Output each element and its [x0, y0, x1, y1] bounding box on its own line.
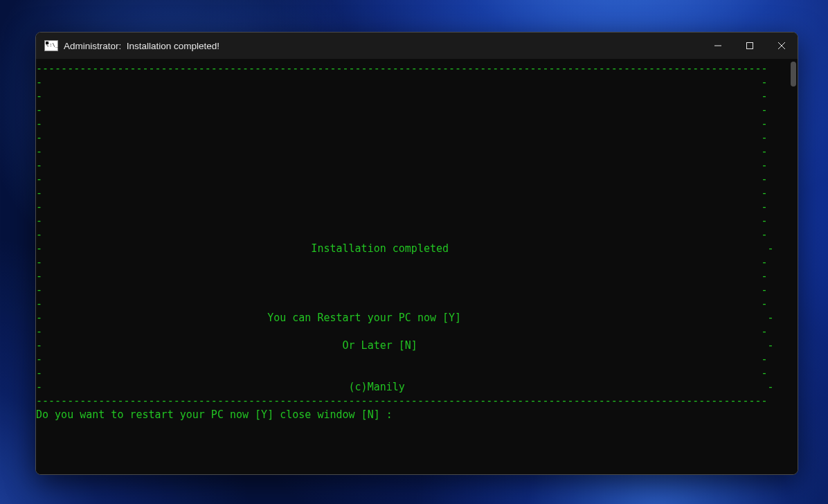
maximize-button[interactable]: [734, 33, 766, 59]
svg-rect-1: [747, 43, 753, 49]
close-icon: [777, 42, 786, 50]
window-title: Administrator: Installation completed!: [64, 41, 219, 51]
maximize-icon: [746, 42, 754, 50]
cmd-icon: [44, 40, 58, 51]
terminal-output: ----------------------------------------…: [36, 62, 798, 422]
titlebar[interactable]: Administrator: Installation completed!: [36, 33, 798, 59]
close-button[interactable]: [766, 33, 798, 59]
scrollbar-thumb[interactable]: [791, 62, 796, 87]
scrollbar[interactable]: [789, 62, 796, 471]
terminal-body[interactable]: ----------------------------------------…: [36, 59, 798, 474]
terminal-window: Administrator: Installation completed! -…: [35, 32, 798, 475]
minimize-button[interactable]: [702, 33, 734, 59]
minimize-icon: [714, 42, 722, 50]
desktop-background: Administrator: Installation completed! -…: [0, 0, 828, 504]
